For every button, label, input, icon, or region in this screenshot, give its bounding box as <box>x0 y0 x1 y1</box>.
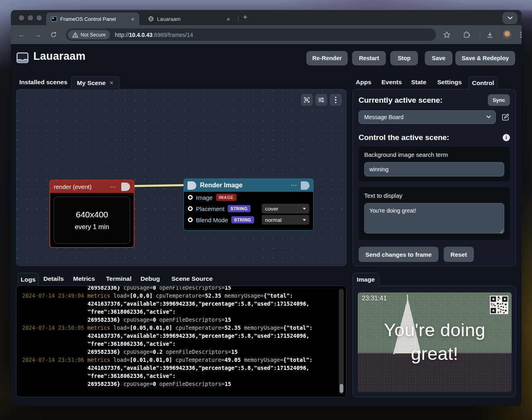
tab-logs[interactable]: Logs <box>18 273 39 286</box>
edit-scene-button[interactable] <box>501 113 510 122</box>
node-body: 640x400 every 1 min <box>50 193 134 248</box>
tab-metrics[interactable]: Metrics <box>73 275 95 282</box>
node-title: Render Image <box>200 182 243 189</box>
url-path: :8989/frames/14 <box>153 32 193 38</box>
field-label: Image <box>196 194 213 201</box>
tab-search-button[interactable] <box>502 12 518 24</box>
maximize-window-icon[interactable] <box>37 15 42 20</box>
tab-apps[interactable]: Apps <box>356 79 371 86</box>
zoom-to-fit-button[interactable] <box>301 94 313 106</box>
search-term-label: Background image search term <box>364 151 504 158</box>
field-type-badge: IMAGE <box>216 194 236 201</box>
re-render-button[interactable]: Re-Render <box>306 51 348 65</box>
node-render-event-header[interactable]: render (event) ⋯ <box>50 181 134 193</box>
tab-events[interactable]: Events <box>381 79 402 86</box>
stop-button[interactable]: Stop <box>390 51 418 65</box>
sync-button[interactable]: Sync <box>488 94 510 106</box>
tab-control-label: Control <box>472 79 494 87</box>
scene-editor-canvas[interactable]: render (event) ⋯ 640x400 every 1 min Ren… <box>16 89 347 266</box>
text-display-field-group: Text to display You're doing great! <box>359 187 510 240</box>
render-interval: every 1 min <box>75 223 109 231</box>
tab-state[interactable]: State <box>411 79 426 86</box>
canvas-settings-button[interactable] <box>315 94 327 106</box>
browser-tab-frameos[interactable]: FrameOS Control Panel × <box>46 12 139 25</box>
tab-debug[interactable]: Debug <box>141 275 160 282</box>
back-button[interactable]: ← <box>18 31 26 39</box>
field-input-socket[interactable] <box>188 217 193 222</box>
downloads-icon[interactable] <box>486 31 494 39</box>
node-render-image-header[interactable]: Render Image ⋯ <box>184 179 313 192</box>
search-term-input[interactable] <box>364 162 504 177</box>
send-changes-button[interactable]: Send changes to frame <box>359 247 438 262</box>
node-render-image[interactable]: Render Image ⋯ Image IMAGE Placement STR… <box>183 179 314 231</box>
node-output-connector[interactable] <box>301 181 310 190</box>
preview-overlay-text: You're doing great! <box>358 318 512 365</box>
browser-tab-lauaraam[interactable]: Lauaraam × <box>143 12 235 25</box>
tab-control[interactable]: Control <box>469 76 497 89</box>
close-scene-tab-icon[interactable]: × <box>110 79 113 87</box>
chevron-down-icon <box>508 16 513 20</box>
minimize-window-icon[interactable] <box>28 15 33 20</box>
not-secure-label: Not Secure <box>81 32 106 38</box>
control-scene-heading: Control the active scene: <box>359 133 449 142</box>
tab-installed-scenes[interactable]: Installed scenes <box>19 79 67 86</box>
text-display-textarea[interactable]: You're doing great! <box>364 203 504 233</box>
field-type-badge: STRING <box>228 205 251 212</box>
node-render-event[interactable]: render (event) ⋯ 640x400 every 1 min <box>49 180 135 248</box>
blend-mode-select[interactable]: normal <box>262 215 309 225</box>
node-field-placement: Placement STRING cover <box>184 203 313 214</box>
log-scrollbar-thumb[interactable] <box>340 384 343 393</box>
globe-icon <box>148 16 154 22</box>
warning-icon <box>72 32 78 38</box>
field-label: Blend Mode <box>196 217 228 223</box>
close-tab-icon[interactable]: × <box>131 16 135 22</box>
tab-details[interactable]: Details <box>43 275 64 282</box>
tab-scene-source[interactable]: Scene Source <box>171 275 213 282</box>
browser-window: FrameOS Control Panel × Lauaraam × + ← → <box>11 10 522 406</box>
restart-button[interactable]: Restart <box>352 51 386 65</box>
profile-avatar[interactable] <box>502 30 512 40</box>
save-redeploy-button[interactable]: Save & Redeploy <box>455 51 515 65</box>
tab-image[interactable]: Image <box>353 273 379 286</box>
bookmark-star-icon[interactable] <box>443 31 451 39</box>
field-input-socket[interactable] <box>188 206 193 211</box>
not-secure-badge[interactable]: Not Secure <box>68 30 110 39</box>
log-scrollbar[interactable] <box>339 289 344 394</box>
node-output-connector[interactable] <box>121 183 130 191</box>
node-menu-icon[interactable]: ⋯ <box>291 182 297 189</box>
reload-button[interactable] <box>50 31 57 38</box>
info-icon[interactable]: i <box>503 134 510 141</box>
node-input-connector[interactable] <box>188 181 196 190</box>
window-controls[interactable] <box>19 15 42 20</box>
tab-my-scene-label: My Scene <box>77 79 106 87</box>
caret-down-icon <box>303 219 306 221</box>
scene-select[interactable]: Message Board <box>359 110 496 124</box>
placement-select[interactable]: cover <box>262 204 309 213</box>
tab-my-scene[interactable]: My Scene × <box>71 76 119 89</box>
field-input-socket[interactable] <box>188 195 193 200</box>
browser-tab-strip: FrameOS Control Panel × Lauaraam × + <box>11 10 522 25</box>
reset-button[interactable]: Reset <box>444 247 474 262</box>
extensions-icon[interactable] <box>463 31 470 39</box>
canvas-menu-button[interactable] <box>330 94 342 106</box>
active-scene-heading: Currently active scene: <box>359 96 442 105</box>
frameos-favicon-icon <box>51 16 57 22</box>
new-tab-button[interactable]: + <box>243 13 247 22</box>
caret-down-icon <box>303 208 306 210</box>
close-tab-icon[interactable]: × <box>226 16 230 22</box>
browser-menu-icon[interactable] <box>520 32 522 38</box>
node-menu-icon[interactable]: ⋯ <box>110 183 116 191</box>
toolbar-divider <box>480 31 480 39</box>
close-window-icon[interactable] <box>19 15 24 20</box>
forward-button[interactable]: → <box>34 31 42 39</box>
page-content: Lauaraam Re-Render Restart Stop Save Sav… <box>11 44 522 406</box>
control-panel: Currently active scene: Sync Message Boa… <box>353 89 516 266</box>
tab-terminal[interactable]: Terminal <box>106 275 131 282</box>
save-button[interactable]: Save <box>425 51 453 65</box>
text-display-label: Text to display <box>364 192 504 199</box>
placement-value: cover <box>265 206 278 212</box>
chevron-down-icon <box>486 114 491 118</box>
tab-settings[interactable]: Settings <box>437 79 462 86</box>
url-bar[interactable]: Not Secure http://10.4.0.43:8989/frames/… <box>66 28 436 41</box>
log-output-panel[interactable]: 269582336} cpuUsage=0 openFileDescriptor… <box>16 286 347 397</box>
